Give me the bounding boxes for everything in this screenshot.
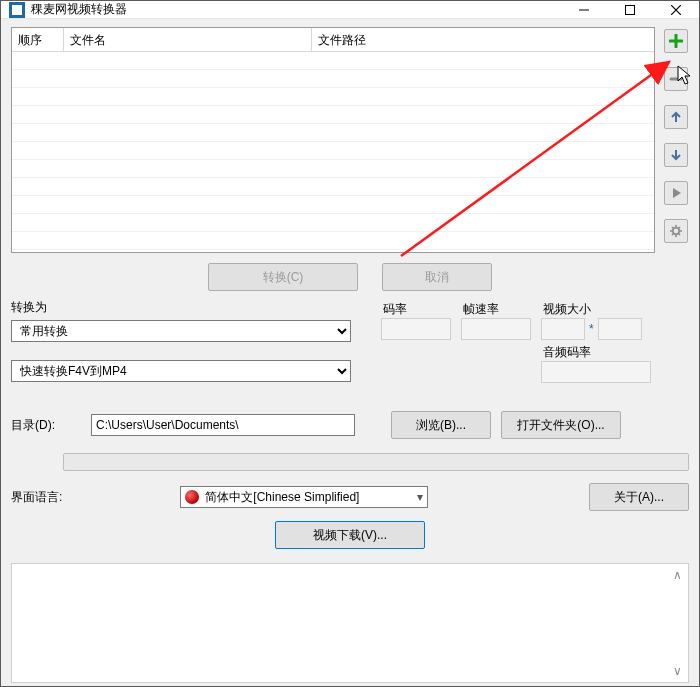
chevron-down-icon: ▾ [417, 490, 423, 504]
table-header: 顺序 文件名 文件路径 [12, 28, 654, 52]
language-value: 简体中文[Chinese Simplified] [205, 489, 359, 506]
table-row [12, 232, 654, 250]
directory-row: 目录(D): 浏览(B)... 打开文件夹(O)... [11, 411, 689, 439]
video-size-label: 视频大小 [541, 301, 651, 318]
video-height-value [598, 318, 642, 340]
directory-input[interactable] [91, 414, 355, 436]
browse-button[interactable]: 浏览(B)... [391, 411, 491, 439]
convert-button[interactable]: 转换(C) [208, 263, 358, 291]
table-rows [12, 52, 654, 250]
svg-point-1 [673, 228, 679, 234]
convert-to-section: 转换为 常用转换 快速转换F4V到MP4 [11, 297, 361, 383]
directory-label: 目录(D): [11, 417, 81, 434]
maximize-button[interactable] [607, 1, 653, 18]
col-filepath[interactable]: 文件路径 [312, 28, 654, 51]
top-row: 顺序 文件名 文件路径 [11, 27, 689, 253]
table-row [12, 70, 654, 88]
close-icon [671, 5, 681, 15]
metrics-section: 码率 帧速率 视频大小 * 音频码率 [381, 297, 689, 383]
cancel-button[interactable]: 取消 [382, 263, 492, 291]
framerate-value [461, 318, 531, 340]
play-button[interactable] [664, 181, 688, 205]
about-button[interactable]: 关于(A)... [589, 483, 689, 511]
audio-bitrate-label: 音频码率 [541, 344, 651, 361]
video-size-sep: * [589, 322, 594, 336]
scroll-down-icon[interactable]: ∨ [668, 664, 686, 678]
table-row [12, 214, 654, 232]
table-row [12, 106, 654, 124]
add-file-button[interactable] [664, 29, 688, 53]
audio-bitrate-value [541, 361, 651, 383]
preset-group-select[interactable]: 常用转换 [11, 320, 351, 342]
table-row [12, 52, 654, 70]
scroll-up-icon[interactable]: ∧ [668, 568, 686, 582]
move-up-button[interactable] [664, 105, 688, 129]
window-title: 稞麦网视频转换器 [31, 1, 127, 18]
table-row [12, 160, 654, 178]
preset-item-select[interactable]: 快速转换F4V到MP4 [11, 360, 351, 382]
window-controls [561, 1, 699, 18]
table-row [12, 142, 654, 160]
framerate-label: 帧速率 [461, 301, 531, 318]
play-icon [669, 186, 683, 200]
video-download-button[interactable]: 视频下载(V)... [275, 521, 425, 549]
maximize-icon [625, 5, 635, 15]
client-area: 顺序 文件名 文件路径 [1, 19, 699, 687]
side-toolbar [663, 27, 689, 253]
table-row [12, 124, 654, 142]
settings-button[interactable] [664, 219, 688, 243]
arrow-up-icon [669, 110, 683, 124]
progress-bar [63, 453, 689, 471]
log-textarea[interactable]: ∧ ∨ [11, 563, 689, 683]
table-row [12, 88, 654, 106]
convert-row: 转换(C) 取消 [11, 263, 689, 291]
minimize-button[interactable] [561, 1, 607, 18]
minus-icon [669, 72, 683, 86]
titlebar: 稞麦网视频转换器 [1, 1, 699, 19]
ui-language-label: 界面语言: [11, 489, 62, 506]
svg-rect-0 [626, 5, 635, 14]
arrow-down-icon [669, 148, 683, 162]
remove-file-button[interactable] [664, 67, 688, 91]
file-table[interactable]: 顺序 文件名 文件路径 [11, 27, 655, 253]
close-button[interactable] [653, 1, 699, 18]
download-row: 视频下载(V)... [11, 521, 689, 549]
app-window: 稞麦网视频转换器 顺序 文件名 文件路径 [0, 0, 700, 687]
globe-icon [185, 490, 199, 504]
col-order[interactable]: 顺序 [12, 28, 64, 51]
table-row [12, 196, 654, 214]
language-row: 界面语言: 简体中文[Chinese Simplified] ▾ 关于(A)..… [11, 483, 689, 511]
language-select[interactable]: 简体中文[Chinese Simplified] ▾ [180, 486, 428, 508]
minimize-icon [579, 5, 589, 15]
video-size-pair: * [541, 318, 651, 340]
table-row [12, 178, 654, 196]
convert-to-label: 转换为 [11, 299, 361, 316]
col-filename[interactable]: 文件名 [64, 28, 312, 51]
bitrate-label: 码率 [381, 301, 451, 318]
app-icon [9, 2, 25, 18]
gear-icon [669, 224, 683, 238]
mid-grid: 转换为 常用转换 快速转换F4V到MP4 码率 帧速率 视频大小 [11, 297, 689, 383]
open-folder-button[interactable]: 打开文件夹(O)... [501, 411, 621, 439]
video-width-value [541, 318, 585, 340]
bitrate-value [381, 318, 451, 340]
plus-icon [669, 34, 683, 48]
move-down-button[interactable] [664, 143, 688, 167]
